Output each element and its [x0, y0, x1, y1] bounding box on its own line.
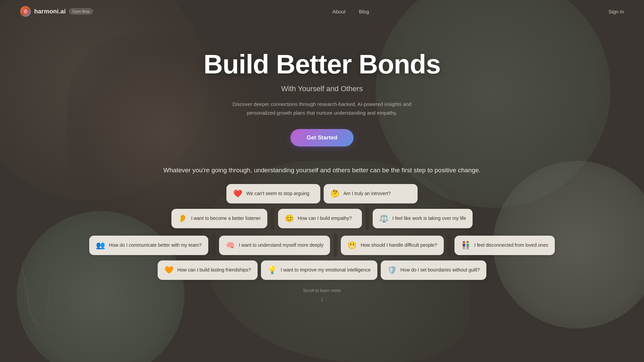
cards-row-2: 👂 I want to become a better listener 😊 H… [171, 207, 473, 230]
card-separator-3 [212, 234, 216, 257]
card-listener[interactable]: 👂 I want to become a better listener [171, 209, 267, 228]
thinking-icon: 🤔 [330, 189, 339, 198]
cards-row-1: ❤️ We can't seem to stop arguing 🤔 Am I … [226, 184, 418, 203]
card-disconnected[interactable]: 👫 I feel disconnected from loved ones [454, 236, 555, 255]
navbar-logo-group: 🎯 harmoni.ai Open Beta [20, 6, 93, 17]
cards-row-4: 🧡 How can I build lasting friendships? 💡… [158, 260, 487, 280]
card-work[interactable]: ⚖️ I feel like work is taking over my li… [373, 209, 473, 228]
card-team-text: How do I communicate better with my team… [109, 242, 202, 249]
card-difficult-people[interactable]: 😬 How should I handle difficult people? [341, 236, 444, 255]
card-arguing[interactable]: ❤️ We can't seem to stop arguing [226, 184, 320, 203]
card-boundaries-text: How do I set boundaries without guilt? [400, 267, 480, 274]
card-separator-4 [333, 234, 337, 257]
card-emotional-intelligence[interactable]: 💡 I want to improve my emotional intelli… [261, 260, 377, 280]
card-arguing-text: We can't seem to stop arguing [246, 190, 309, 197]
logo-icon: 🎯 [20, 6, 31, 17]
scroll-text: Scroll to learn more [0, 288, 644, 293]
card-empathy-text: How can I build empathy? [298, 215, 352, 222]
card-friendships[interactable]: 🧡 How can I build lasting friendships? [158, 260, 258, 280]
tagline-text: Whatever you're going through, understan… [0, 167, 644, 174]
scroll-indicator: Scroll to learn more ↓ [0, 288, 644, 303]
people-icon: 👫 [461, 241, 470, 250]
card-introvert-text: Am I truly an introvert? [343, 190, 391, 197]
card-empathy[interactable]: 😊 How can I build empathy? [278, 209, 362, 228]
hero-title: Build Better Bonds [0, 50, 644, 79]
card-separator-1 [271, 207, 275, 230]
hero-section: Build Better Bonds With Yourself and Oth… [0, 23, 644, 146]
get-started-button[interactable]: Get Started [290, 129, 354, 146]
card-friendships-text: How can I build lasting friendships? [177, 267, 251, 274]
logo-text[interactable]: harmoni.ai [34, 8, 66, 15]
brain-icon: 🧠 [226, 241, 235, 250]
card-understand-self[interactable]: 🧠 I want to understand myself more deepl… [219, 236, 330, 255]
smile-icon: 😊 [285, 214, 294, 223]
card-work-text: I feel like work is taking over my life [392, 215, 466, 222]
ear-icon: 👂 [178, 214, 187, 223]
cards-row-3: 👥 How do I communicate better with my te… [89, 234, 555, 257]
card-introvert[interactable]: 🤔 Am I truly an introvert? [324, 184, 418, 203]
card-difficult-people-text: How should I handle difficult people? [361, 242, 437, 249]
card-understand-self-text: I want to understand myself more deeply [239, 242, 323, 249]
team-icon: 👥 [96, 241, 105, 250]
beta-badge: Open Beta [69, 8, 93, 14]
card-emotional-intelligence-text: I want to improve my emotional intellige… [281, 267, 371, 274]
card-team[interactable]: 👥 How do I communicate better with my te… [89, 236, 208, 255]
hero-subtitle: With Yourself and Others [0, 84, 644, 93]
heart-hands-icon: 🧡 [164, 266, 173, 275]
card-separator-2 [365, 207, 369, 230]
navbar: 🎯 harmoni.ai Open Beta About Blog Sign i… [0, 0, 644, 23]
scale-icon: ⚖️ [379, 214, 388, 223]
nav-about[interactable]: About [332, 9, 345, 14]
navbar-links: About Blog [332, 9, 369, 14]
scroll-arrow-icon: ↓ [0, 295, 644, 303]
nav-blog[interactable]: Blog [359, 9, 369, 14]
tagline-section: Whatever you're going through, understan… [0, 167, 644, 174]
card-boundaries[interactable]: 🛡️ How do I set boundaries without guilt… [381, 260, 487, 280]
hero-description: Discover deeper connections through rese… [228, 100, 416, 117]
signin-button[interactable]: Sign in [608, 9, 624, 14]
card-separator-5 [447, 234, 451, 257]
lightbulb-icon: 💡 [268, 266, 277, 275]
grimace-icon: 😬 [347, 241, 357, 250]
card-disconnected-text: I feel disconnected from loved ones [474, 242, 548, 249]
shield-icon: 🛡️ [387, 266, 396, 275]
cards-section: ❤️ We can't seem to stop arguing 🤔 Am I … [0, 184, 644, 280]
heart-icon: ❤️ [233, 189, 242, 198]
card-listener-text: I want to become a better listener [191, 215, 261, 222]
